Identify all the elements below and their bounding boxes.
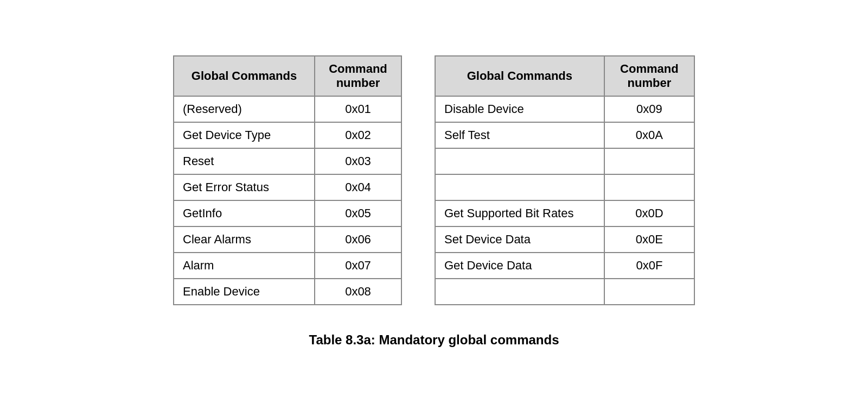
command-name: Set Device Data [435, 226, 604, 253]
command-number: 0x01 [315, 96, 401, 122]
table-row: Get Supported Bit Rates0x0D [435, 200, 694, 226]
command-name: Get Device Data [435, 253, 604, 279]
command-number [604, 174, 694, 200]
command-name: Enable Device [174, 279, 315, 305]
table-row [435, 148, 694, 174]
command-number: 0x0F [604, 253, 694, 279]
command-number: 0x0D [604, 200, 694, 226]
command-number: 0x02 [315, 122, 401, 148]
command-number: 0x04 [315, 174, 401, 200]
command-name: Self Test [435, 122, 604, 148]
command-number: 0x07 [315, 253, 401, 279]
command-number [604, 279, 694, 305]
command-name: Disable Device [435, 96, 604, 122]
tables-container: Global Commands Commandnumber (Reserved)… [173, 55, 695, 305]
command-name: GetInfo [174, 200, 315, 226]
command-name: (Reserved) [174, 96, 315, 122]
command-name: Get Error Status [174, 174, 315, 200]
command-name: Get Supported Bit Rates [435, 200, 604, 226]
command-number: 0x09 [604, 96, 694, 122]
left-table-header-number: Commandnumber [315, 56, 401, 96]
command-number: 0x03 [315, 148, 401, 174]
table-row: GetInfo0x05 [174, 200, 401, 226]
left-table-header-commands: Global Commands [174, 56, 315, 96]
command-number [604, 148, 694, 174]
table-row: Get Device Type0x02 [174, 122, 401, 148]
command-name: Reset [174, 148, 315, 174]
table-row: Reset0x03 [174, 148, 401, 174]
command-number: 0x0E [604, 226, 694, 253]
command-number: 0x0A [604, 122, 694, 148]
table-row: Get Device Data0x0F [435, 253, 694, 279]
left-table: Global Commands Commandnumber (Reserved)… [173, 55, 402, 305]
command-name: Clear Alarms [174, 226, 315, 253]
command-name: Alarm [174, 253, 315, 279]
command-name [435, 174, 604, 200]
table-row: Clear Alarms0x06 [174, 226, 401, 253]
table-row: Disable Device0x09 [435, 96, 694, 122]
table-row: Self Test0x0A [435, 122, 694, 148]
table-row: Alarm0x07 [174, 253, 401, 279]
table-row: Enable Device0x08 [174, 279, 401, 305]
table-row: Get Error Status0x04 [174, 174, 401, 200]
table-row [435, 174, 694, 200]
table-row: (Reserved)0x01 [174, 96, 401, 122]
command-name: Get Device Type [174, 122, 315, 148]
command-number: 0x06 [315, 226, 401, 253]
command-number: 0x08 [315, 279, 401, 305]
command-name [435, 148, 604, 174]
right-table-header-commands: Global Commands [435, 56, 604, 96]
command-number: 0x05 [315, 200, 401, 226]
table-row [435, 279, 694, 305]
command-name [435, 279, 604, 305]
right-table-header-number: Commandnumber [604, 56, 694, 96]
right-table: Global Commands Commandnumber Disable De… [435, 55, 695, 305]
table-row: Set Device Data0x0E [435, 226, 694, 253]
table-caption: Table 8.3a: Mandatory global commands [309, 332, 559, 348]
